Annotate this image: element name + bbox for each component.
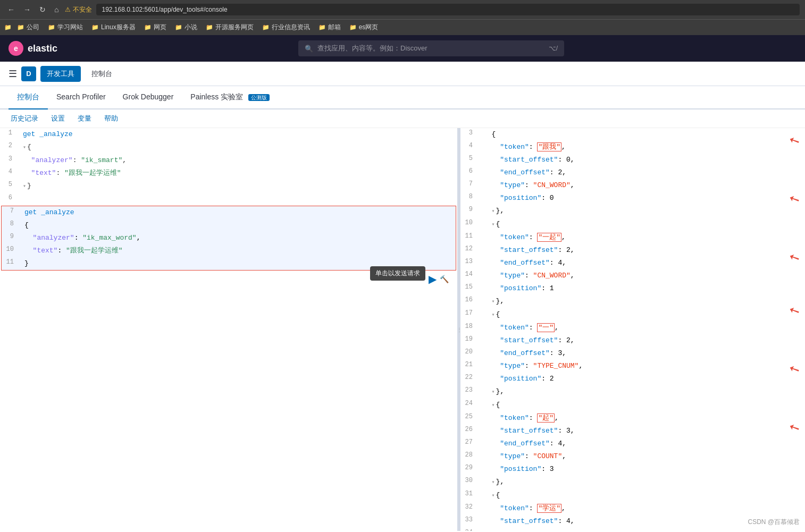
dev-tools-tabs: 控制台 Search Profiler Grok Debugger Painle… [0,86,805,109]
output-line-4: 4 "token": "跟我", [460,141,805,154]
kbd-shortcut: ⌥/ [549,45,558,52]
security-warning: ⚠ 不安全 [65,5,92,14]
bookmark-icon: 📁 [4,24,12,31]
output-line-29: 29 "position": 3 [460,463,805,476]
nav-tab-console[interactable]: 控制台 [85,66,119,82]
output-line-5: 5 "start_offset": 0, [460,154,805,166]
search-icon: 🔍 [305,45,313,53]
output-line-24: 24 ▾{ [460,399,805,412]
warning-icon: ⚠ [65,6,71,13]
global-search-bar[interactable]: 🔍 查找应用、内容等。例如：Discover ⌥/ [298,40,564,56]
code-line-6: 6 [0,193,457,206]
output-line-11: 11 "token": "一起", [460,231,805,244]
bookmark-web[interactable]: 📁网页 [141,22,170,33]
code-line-8: 8 { [2,219,456,232]
output-line-19: 19 "start_offset": 2, [460,334,805,347]
bookmark-es[interactable]: 📁es网页 [346,22,382,33]
output-line-15: 15 "position": 1 [460,282,805,295]
output-line-21: 21 "type": "TYPE_CNUM", [460,360,805,373]
output-line-31: 31 ▾{ [460,489,805,502]
bookmark-opensource[interactable]: 📁开源服务网页 [203,22,257,33]
output-line-10: 10 ▾{ [460,218,805,231]
beta-badge: 公测版 [248,94,270,101]
main-content: 1 get _analyze 2 ▾{ 3 "analyzer": "ik_sm… [0,128,805,531]
output-panel: 3 { 4 "token": "跟我", 5 "start_offset": 0… [460,128,805,531]
output-line-13: 13 "end_offset": 4, [460,257,805,269]
code-line-3: 3 "analyzer": "ik_smart", [0,154,457,167]
elastic-logo-text: elastic [28,43,57,54]
output-line-7: 7 "type": "CN_WORD", [460,179,805,192]
code-line-7: 7 get _analyze [2,206,456,219]
send-request-tooltip: 单击以发送请求 [370,266,425,281]
output-line-18: 18 "token": "一", [460,322,805,334]
hamburger-icon[interactable]: ☰ [9,68,17,80]
output-line-22: 22 "position": 2 [460,373,805,385]
output-line-14: 14 "type": "CN_WORD", [460,269,805,282]
forward-button[interactable]: → [21,3,33,16]
output-line-17: 17 ▾{ [460,308,805,322]
output-line-30: 30 ▾}, [460,476,805,489]
nav-tab-devtools[interactable]: 开发工具 [40,66,81,82]
output-line-16: 16 ▾}, [460,295,805,308]
bookmark-mail[interactable]: 📁邮箱 [315,22,344,33]
reload-button[interactable]: ↻ [37,3,48,16]
toolbar: 历史记录 设置 变量 帮助 [0,109,805,128]
elastic-logo: e elastic [9,41,57,56]
output-line-3: 3 { [460,128,805,141]
output-line-9: 9 ▾}, [460,205,805,218]
run-button[interactable]: ▶ [429,273,437,285]
variables-button[interactable]: 变量 [76,113,94,124]
elastic-icon: e [9,41,23,56]
output-line-34: 34 "end_offset": 6, [460,528,805,531]
output-line-32: 32 "token": "学运", [460,502,805,515]
code-line-2: 2 ▾{ [0,141,457,154]
settings-button[interactable]: 设置 [49,113,67,124]
output-line-12: 12 "start_offset": 2, [460,244,805,257]
warning-text: 不安全 [73,5,92,14]
bookmark-industry[interactable]: 📁行业信息资讯 [259,22,313,33]
code-line-10: 10 "text": "跟我一起学运维" [2,244,456,257]
run-buttons: ▶ 🔨 [429,273,449,285]
home-button[interactable]: ⌂ [52,3,61,16]
output-line-20: 20 "end_offset": 3, [460,347,805,360]
bookmarks-bar: 📁 📁公司 📁学习网站 📁Linux服务器 📁网页 📁小说 📁开源服务网页 📁行… [0,19,805,35]
avatar[interactable]: D [21,66,36,81]
output-line-26: 26 "start_offset": 3, [460,425,805,437]
output-line-8: 8 "position": 0 [460,192,805,205]
code-line-9: 9 "analyzer": "ik_max_word", [2,232,456,244]
code-line-1: 1 get _analyze [0,128,457,141]
search-placeholder: 查找应用、内容等。例如：Discover [317,44,427,53]
output-line-27: 27 "end_offset": 4, [460,437,805,450]
output-area: ➙ ➙ ➙ ➙ ➙ ➙ 3 { 4 "token": "跟我", 5 "star… [460,128,805,531]
code-line-4: 4 "text": "跟我一起学运维" [0,167,457,180]
history-button[interactable]: 历史记录 [9,113,40,124]
elastic-header: e elastic 🔍 查找应用、内容等。例如：Discover ⌥/ [0,35,805,62]
tab-console[interactable]: 控制台 [9,86,48,109]
tab-grok-debugger[interactable]: Grok Debugger [114,86,182,109]
browser-bar: ← → ↻ ⌂ ⚠ 不安全 [0,0,805,19]
tab-painless[interactable]: Painless 实验室 公测版 [182,86,278,109]
output-line-25: 25 "token": "起", [460,412,805,425]
output-line-23: 23 ▾}, [460,385,805,399]
kibana-nav: ☰ D 开发工具 控制台 [0,62,805,86]
bookmark-company[interactable]: 📁公司 [14,22,43,33]
help-button[interactable]: 帮助 [102,113,120,124]
code-line-5: 5 ▾} [0,180,457,193]
bookmark-novel[interactable]: 📁小说 [172,22,200,33]
back-button[interactable]: ← [5,3,17,16]
output-line-6: 6 "end_offset": 2, [460,166,805,179]
tab-search-profiler[interactable]: Search Profiler [48,86,114,109]
bookmark-learn[interactable]: 📁学习网站 [45,22,86,33]
output-line-28: 28 "type": "COUNT", [460,450,805,463]
bookmark-linux[interactable]: 📁Linux服务器 [88,22,139,33]
highlighted-block: 7 get _analyze 8 { 9 "analyzer": "ik_max… [1,206,456,271]
url-bar[interactable] [96,4,800,15]
watermark: CSDN @百慕倾君 [748,518,800,527]
editor-panel[interactable]: 1 get _analyze 2 ▾{ 3 "analyzer": "ik_sm… [0,128,459,531]
wrench-button[interactable]: 🔨 [440,275,449,283]
